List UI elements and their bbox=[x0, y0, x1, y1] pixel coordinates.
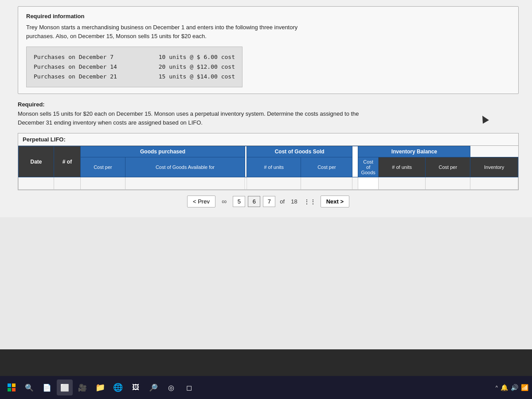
taskbar-search2[interactable]: 🔎 bbox=[145, 379, 161, 395]
taskbar-right: ^ 🔔 🔊 📶 bbox=[496, 384, 528, 391]
prev-button[interactable]: < Prev bbox=[187, 196, 215, 207]
required-text-2: December 31 ending inventory when costs … bbox=[18, 118, 519, 127]
navigation-area: < Prev ∞ 5 6 7 of 18 ⋮⋮ Next > bbox=[18, 190, 519, 213]
col-subheader-cost-per: Cost per bbox=[81, 157, 125, 177]
taskbar-circle[interactable]: ◎ bbox=[163, 379, 179, 395]
grid-icon[interactable]: ⋮⋮ bbox=[302, 196, 318, 207]
required-text-1: Monson sells 15 units for $20 each on De… bbox=[18, 110, 519, 118]
taskbar-square[interactable]: ◻ bbox=[181, 379, 197, 395]
required-info-title: Required information bbox=[26, 13, 510, 20]
col-subheader-cost-per-bal: Cost per bbox=[426, 157, 470, 177]
col-subheader-numof-bal: # of units bbox=[378, 157, 426, 177]
purchases-table: Purchases on December 7 10 units @ $ 6.0… bbox=[26, 47, 243, 87]
taskbar-chevron[interactable]: ^ bbox=[496, 385, 498, 390]
col-subheader-cog-avail: Cost of Goods Available for bbox=[125, 157, 245, 177]
table-row bbox=[19, 177, 518, 190]
required-label: Required: bbox=[18, 101, 519, 108]
taskbar-browser[interactable]: ⬜ bbox=[57, 379, 73, 395]
purchase-row-3: Purchases on December 21 15 units @ $14.… bbox=[34, 72, 235, 82]
purchase-row-2: Purchases on December 14 20 units @ $12.… bbox=[34, 62, 235, 72]
page-of-label: of bbox=[278, 198, 286, 205]
col-subheader-numof-units: # of units bbox=[246, 157, 301, 177]
taskbar-volume[interactable]: 🔊 bbox=[511, 384, 518, 391]
col-header-date: Date bbox=[19, 146, 54, 177]
col-header-cogs: Cost of Goods Sold bbox=[246, 146, 352, 157]
col-header-inv-balance: Inventory Balance bbox=[358, 146, 470, 157]
taskbar-wifi[interactable]: 📶 bbox=[521, 384, 528, 391]
taskbar: 🔍 📄 ⬜ 🎥 📁 🌐 🖼 🔎 ◎ ◻ ^ 🔔 🔊 📶 bbox=[0, 376, 532, 399]
required-info-desc: Trey Monson starts a merchandising busin… bbox=[26, 23, 510, 40]
inventory-table: Date # of Goods purchased Cost of Goods … bbox=[18, 146, 518, 190]
perpetual-lifo-section: Perpetual LIFO: Date # of Goods purchase… bbox=[18, 133, 519, 190]
required-section: Required: Monson sells 15 units for $20 … bbox=[18, 101, 519, 127]
taskbar-search[interactable]: 🔍 bbox=[21, 379, 37, 395]
taskbar-edge[interactable]: 🌐 bbox=[110, 379, 126, 395]
taskbar-files[interactable]: 📄 bbox=[39, 379, 55, 395]
col-header-numof: # of bbox=[54, 146, 81, 177]
svg-rect-2 bbox=[8, 388, 11, 391]
col-subheader-cost-per-sold: Cost per bbox=[301, 157, 352, 177]
total-pages: 18 bbox=[289, 198, 299, 205]
page-5[interactable]: 5 bbox=[233, 196, 245, 207]
windows-start-button[interactable] bbox=[4, 379, 20, 395]
required-info-box: Required information Trey Monson starts … bbox=[18, 6, 519, 94]
page-6[interactable]: 6 bbox=[248, 196, 260, 207]
page-7[interactable]: 7 bbox=[263, 196, 275, 207]
col-subheader-inventory: Inventory bbox=[470, 157, 518, 177]
perpetual-lifo-title: Perpetual LIFO: bbox=[18, 133, 518, 146]
taskbar-bell[interactable]: 🔔 bbox=[501, 384, 508, 391]
taskbar-folder[interactable]: 📁 bbox=[92, 379, 108, 395]
next-button[interactable]: Next > bbox=[321, 196, 349, 207]
dark-bar bbox=[0, 349, 532, 376]
col-subheader-cogs: Cost of Goods bbox=[358, 157, 378, 177]
col-header-goods-purchased: Goods purchased bbox=[81, 146, 245, 157]
link-icon[interactable]: ∞ bbox=[222, 198, 227, 206]
svg-rect-3 bbox=[12, 388, 16, 391]
svg-rect-0 bbox=[8, 383, 11, 387]
taskbar-video[interactable]: 🎥 bbox=[74, 379, 90, 395]
purchase-row-1: Purchases on December 7 10 units @ $ 6.0… bbox=[34, 52, 235, 62]
svg-rect-1 bbox=[12, 383, 16, 387]
taskbar-photo[interactable]: 🖼 bbox=[128, 379, 144, 395]
